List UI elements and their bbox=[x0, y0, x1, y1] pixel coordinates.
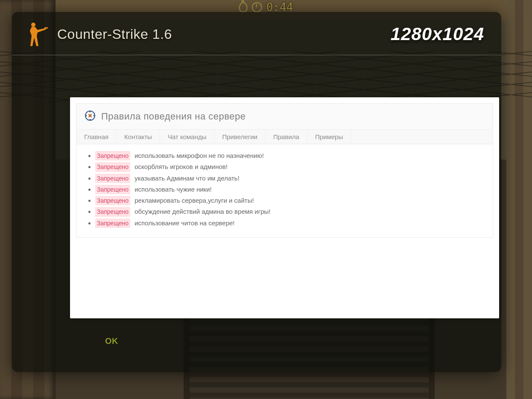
rule-text: оскорблять игроков и админов! bbox=[133, 163, 228, 170]
motd-panel: Правила поведения на сервере Главная Кон… bbox=[70, 97, 499, 318]
panel-header: Правила поведения на сервере bbox=[76, 104, 493, 130]
cs-logo-icon bbox=[25, 21, 48, 47]
rule-text: использовать чужие ники! bbox=[133, 186, 212, 193]
rule-item: Запрещено использование читов на сервере… bbox=[95, 218, 484, 229]
forbidden-badge: Запрещено bbox=[95, 174, 130, 183]
ok-button[interactable]: OK bbox=[105, 336, 118, 346]
overlay-title: Counter-Strike 1.6 bbox=[57, 26, 172, 42]
rule-item: Запрещено обсуждение действий админа во … bbox=[95, 206, 484, 217]
motd-overlay: Counter-Strike 1.6 1280x1024 Правила пов… bbox=[12, 12, 501, 372]
forbidden-badge: Запрещено bbox=[95, 207, 130, 216]
panel-title: Правила поведения на сервере bbox=[101, 111, 246, 122]
rule-text: использование читов на сервере! bbox=[133, 219, 234, 227]
clock-icon bbox=[252, 2, 262, 12]
forbidden-badge: Запрещено bbox=[95, 218, 130, 228]
compass-icon bbox=[84, 110, 96, 123]
overlay-resolution: 1280x1024 bbox=[391, 24, 484, 44]
forbidden-badge: Запрещено bbox=[95, 185, 130, 194]
tab-home[interactable]: Главная bbox=[76, 130, 117, 144]
rule-item: Запрещено оскорблять игроков и админов! bbox=[95, 161, 484, 172]
rule-item: Запрещено указывать Админам что им делат… bbox=[95, 173, 484, 184]
rule-text: обсуждение действий админа во время игры… bbox=[133, 208, 270, 215]
svg-point-0 bbox=[31, 23, 35, 27]
tab-chat-cmds[interactable]: Чат команды bbox=[160, 130, 215, 144]
rule-item: Запрещено рекламировать сервера,услуги и… bbox=[95, 195, 484, 206]
forbidden-badge: Запрещено bbox=[95, 196, 130, 205]
stopwatch-icon bbox=[239, 2, 248, 12]
forbidden-badge: Запрещено bbox=[95, 162, 130, 172]
tab-privileges[interactable]: Привелегии bbox=[214, 130, 265, 144]
forbidden-badge: Запрещено bbox=[95, 151, 130, 160]
tab-examples[interactable]: Примеры bbox=[307, 130, 351, 144]
panel-tabs: Главная Контакты Чат команды Привелегии … bbox=[76, 130, 493, 144]
rule-text: рекламировать сервера,услуги и сайты! bbox=[133, 197, 254, 204]
rule-item: Запрещено использовать микрофон не по на… bbox=[95, 150, 484, 161]
svg-rect-1 bbox=[44, 27, 48, 29]
tab-contacts[interactable]: Контакты bbox=[117, 130, 160, 144]
rule-text: указывать Админам что им делать! bbox=[133, 175, 240, 182]
overlay-header: Counter-Strike 1.6 1280x1024 bbox=[12, 12, 501, 55]
tab-rules[interactable]: Правила bbox=[266, 130, 307, 144]
rule-text: использовать микрофон не по назначению! bbox=[133, 152, 264, 159]
rule-item: Запрещено использовать чужие ники! bbox=[95, 184, 484, 195]
rules-list: Запрещено использовать микрофон не по на… bbox=[76, 144, 493, 237]
